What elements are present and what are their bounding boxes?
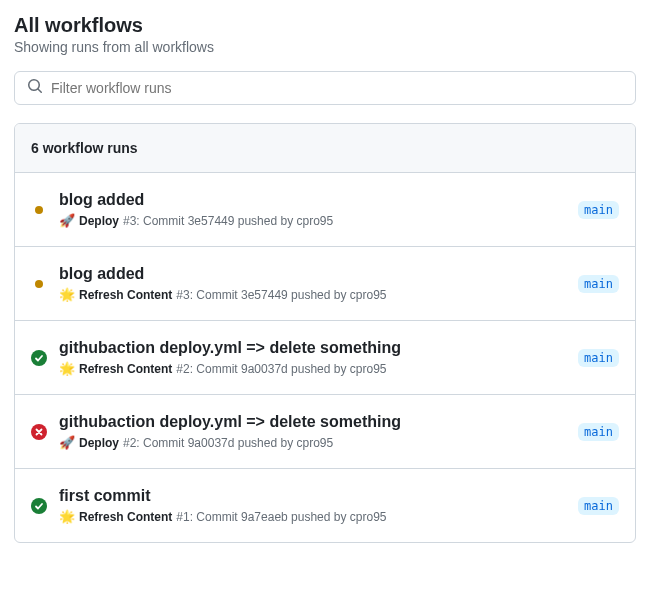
workflow-emoji-icon: 🚀 bbox=[59, 213, 75, 228]
run-title-link[interactable]: blog added bbox=[59, 265, 566, 283]
branch-badge[interactable]: main bbox=[578, 349, 619, 367]
run-meta: #3: Commit 3e57449 pushed by cpro95 bbox=[176, 288, 386, 302]
workflow-name: Deploy bbox=[79, 214, 119, 228]
runs-count: 6 workflow runs bbox=[15, 124, 635, 173]
run-title-link[interactable]: blog added bbox=[59, 191, 566, 209]
failure-status-icon bbox=[31, 424, 47, 440]
pending-status-icon bbox=[31, 276, 47, 292]
svg-point-4 bbox=[31, 498, 47, 514]
svg-point-2 bbox=[31, 350, 47, 366]
run-subtitle: 🌟Refresh Content #1: Commit 9a7eaeb push… bbox=[59, 509, 566, 524]
workflow-run-item[interactable]: blog added🌟Refresh Content #3: Commit 3e… bbox=[15, 247, 635, 321]
svg-point-1 bbox=[35, 280, 43, 288]
workflow-run-item[interactable]: blog added🚀Deploy #3: Commit 3e57449 pus… bbox=[15, 173, 635, 247]
run-subtitle: 🌟Refresh Content #2: Commit 9a0037d push… bbox=[59, 361, 566, 376]
success-status-icon bbox=[31, 498, 47, 514]
branch-badge[interactable]: main bbox=[578, 497, 619, 515]
run-main: blog added🚀Deploy #3: Commit 3e57449 pus… bbox=[59, 191, 566, 228]
run-meta: #2: Commit 9a0037d pushed by cpro95 bbox=[176, 362, 386, 376]
run-subtitle: 🚀Deploy #3: Commit 3e57449 pushed by cpr… bbox=[59, 213, 566, 228]
svg-point-0 bbox=[35, 206, 43, 214]
workflow-name: Refresh Content bbox=[79, 362, 172, 376]
filter-input[interactable] bbox=[51, 80, 623, 96]
workflow-name: Refresh Content bbox=[79, 510, 172, 524]
run-main: blog added🌟Refresh Content #3: Commit 3e… bbox=[59, 265, 566, 302]
workflow-runs-list: 6 workflow runs blog added🚀Deploy #3: Co… bbox=[14, 123, 636, 543]
workflow-run-item[interactable]: first commit🌟Refresh Content #1: Commit … bbox=[15, 469, 635, 542]
workflow-emoji-icon: 🌟 bbox=[59, 287, 75, 302]
branch-badge[interactable]: main bbox=[578, 275, 619, 293]
run-meta: #1: Commit 9a7eaeb pushed by cpro95 bbox=[176, 510, 386, 524]
run-title-link[interactable]: githubaction deploy.yml => delete someth… bbox=[59, 339, 566, 357]
workflow-emoji-icon: 🌟 bbox=[59, 361, 75, 376]
workflow-emoji-icon: 🚀 bbox=[59, 435, 75, 450]
search-icon bbox=[27, 78, 43, 98]
workflow-run-item[interactable]: githubaction deploy.yml => delete someth… bbox=[15, 321, 635, 395]
run-meta: #2: Commit 9a0037d pushed by cpro95 bbox=[123, 436, 333, 450]
run-main: githubaction deploy.yml => delete someth… bbox=[59, 413, 566, 450]
run-title-link[interactable]: githubaction deploy.yml => delete someth… bbox=[59, 413, 566, 431]
filter-box[interactable] bbox=[14, 71, 636, 105]
workflow-name: Deploy bbox=[79, 436, 119, 450]
workflow-run-item[interactable]: githubaction deploy.yml => delete someth… bbox=[15, 395, 635, 469]
workflow-emoji-icon: 🌟 bbox=[59, 509, 75, 524]
pending-status-icon bbox=[31, 202, 47, 218]
branch-badge[interactable]: main bbox=[578, 423, 619, 441]
run-main: first commit🌟Refresh Content #1: Commit … bbox=[59, 487, 566, 524]
page-title: All workflows bbox=[14, 14, 636, 37]
run-main: githubaction deploy.yml => delete someth… bbox=[59, 339, 566, 376]
branch-badge[interactable]: main bbox=[578, 201, 619, 219]
run-subtitle: 🌟Refresh Content #3: Commit 3e57449 push… bbox=[59, 287, 566, 302]
run-subtitle: 🚀Deploy #2: Commit 9a0037d pushed by cpr… bbox=[59, 435, 566, 450]
workflow-name: Refresh Content bbox=[79, 288, 172, 302]
run-meta: #3: Commit 3e57449 pushed by cpro95 bbox=[123, 214, 333, 228]
page-subtitle: Showing runs from all workflows bbox=[14, 39, 636, 55]
run-title-link[interactable]: first commit bbox=[59, 487, 566, 505]
success-status-icon bbox=[31, 350, 47, 366]
